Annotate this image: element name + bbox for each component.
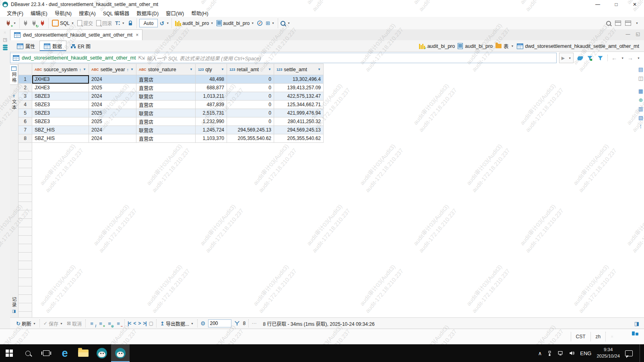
table-row[interactable]: 1JXHE32024直营店48,498013,302,496.4: [19, 75, 324, 84]
table-row[interactable]: 7SBZ_HIS2024联营店1,245,724294,569,245.1329…: [19, 126, 324, 134]
cell[interactable]: 联营店: [136, 109, 196, 117]
show-desktop-strip[interactable]: [640, 344, 640, 362]
cell[interactable]: 205,355,540.62: [274, 134, 324, 143]
internet-explorer-button[interactable]: e: [56, 344, 74, 362]
cell[interactable]: 直营店: [136, 84, 196, 92]
panel-toggle-icon[interactable]: ◨: [634, 321, 642, 327]
more-panels-icon[interactable]: ⁞: [640, 124, 642, 129]
cell[interactable]: 0: [227, 101, 274, 109]
lock-icon[interactable]: [127, 20, 134, 27]
expand-filter-icon[interactable]: ⇱⇲: [138, 56, 144, 61]
commit-diagram-button[interactable]: ⊞▼: [265, 20, 275, 27]
column-header-retail-amt[interactable]: 123retail_amt▼: [227, 64, 274, 75]
cell[interactable]: 直营店: [136, 75, 196, 84]
cell[interactable]: SBZE3: [32, 92, 89, 101]
volume-tray-icon[interactable]: [569, 350, 575, 356]
cell[interactable]: 2025: [89, 117, 136, 126]
close-button[interactable]: ✕: [625, 0, 644, 9]
filter-input[interactable]: dwd_storesettlement_hkaudit_settle_amt_o…: [10, 53, 557, 63]
input-language-indicator[interactable]: ENG: [580, 350, 591, 356]
cell[interactable]: JXHE3: [32, 84, 89, 92]
menu-search[interactable]: 搜索(A): [75, 9, 99, 17]
overflow-menu-icon[interactable]: ⋯: [252, 321, 256, 326]
fetch-next-icon[interactable]: [234, 320, 241, 327]
back-dropdown[interactable]: ▼: [621, 57, 624, 60]
rail-handle-icon[interactable]: ⁙: [4, 31, 7, 35]
cell[interactable]: 联营店: [136, 92, 196, 101]
column-header-settle-amt[interactable]: 123settle_amt▼: [274, 64, 324, 75]
cell[interactable]: 125,344,662.71: [274, 101, 324, 109]
row-number[interactable]: 8: [19, 134, 32, 143]
maximize-button[interactable]: □: [607, 0, 625, 9]
cell[interactable]: SBZE3: [32, 109, 89, 117]
column-dropdown-icon[interactable]: ▼: [318, 68, 321, 71]
grid-panel-icon[interactable]: ▦: [638, 88, 643, 94]
column-dropdown-icon[interactable]: ▼: [83, 68, 86, 71]
cell[interactable]: 0: [227, 109, 274, 117]
quick-access-search-icon[interactable]: [606, 21, 611, 26]
table-row[interactable]: 8SBZ_HIS2024直营店1,103,370205,355,540.6220…: [19, 134, 324, 143]
menu-database[interactable]: 数据库(D): [133, 9, 162, 17]
cell[interactable]: 联营店: [136, 126, 196, 134]
column-dropdown-icon[interactable]: ▼: [268, 68, 271, 71]
schema-select[interactable]: audit_bi_pro▼: [216, 20, 255, 27]
duplicate-row-icon[interactable]: ≡⊕: [106, 321, 113, 327]
new-connection-button[interactable]: + ▼: [4, 19, 17, 27]
maximize-view-icon[interactable]: ◱: [636, 31, 640, 37]
taskbar-search-button[interactable]: [19, 344, 37, 362]
minimize-view-icon[interactable]: —: [626, 31, 630, 37]
next-row-icon[interactable]: >: [138, 321, 140, 326]
cell[interactable]: 2024: [89, 75, 136, 84]
go-to-row-icon[interactable]: ▢: [149, 321, 153, 326]
filter-history-dropdown[interactable]: ▼: [568, 57, 571, 60]
cell[interactable]: 13,302,496.4: [274, 75, 324, 84]
transaction-log-icon[interactable]: ↺: [159, 20, 164, 27]
menu-help[interactable]: 帮助(H): [188, 9, 212, 17]
save-button[interactable]: ✓ 保存▼: [43, 320, 64, 327]
panels-layout-icon[interactable]: ◫: [638, 76, 643, 81]
cell[interactable]: SBZ_HIS: [32, 126, 89, 134]
minimize-button[interactable]: —: [588, 0, 607, 9]
calc-panel-icon[interactable]: ▧: [638, 115, 643, 120]
cell[interactable]: 1,245,724: [196, 126, 227, 134]
table-row[interactable]: 6SBZE32025直营店1,232,9900280,411,250.32: [19, 117, 324, 126]
cell[interactable]: 1,232,990: [196, 117, 227, 126]
cell[interactable]: 422,575,132.47: [274, 92, 324, 101]
table-row[interactable]: 3SBZE32024联营店1,013,2110422,575,132.47: [19, 92, 324, 101]
breadcrumb-schema[interactable]: audit_bi_pro: [458, 43, 493, 49]
commit-mode-select[interactable]: Auto: [139, 19, 158, 27]
refresh-button[interactable]: ↻ 刷新▼: [15, 320, 37, 327]
first-row-icon[interactable]: |<: [128, 321, 131, 326]
restore-view-icon[interactable]: ◳: [3, 37, 7, 42]
column-dropdown-icon[interactable]: ▼: [130, 68, 134, 71]
cell[interactable]: SBZ_HIS: [32, 134, 89, 143]
cell[interactable]: 48,498: [196, 75, 227, 84]
table-row[interactable]: 2JXHE32025直营店688,8770139,413,257.09: [19, 84, 324, 92]
new-sql-editor-button[interactable]: SQL▼: [51, 19, 75, 27]
cell[interactable]: 2024: [89, 101, 136, 109]
database-navigator-icon[interactable]: [3, 45, 8, 50]
taskbar-clock[interactable]: 9:34 2025/10/24: [597, 347, 620, 359]
open-perspective-icon[interactable]: [625, 21, 631, 26]
forward-dropdown[interactable]: ▼: [637, 57, 640, 60]
add-row-icon[interactable]: ≡+: [97, 321, 104, 327]
value-viewer-panel-icon[interactable]: ▤: [638, 67, 643, 72]
column-header-source-system[interactable]: ABCsource_system↑▼: [32, 64, 89, 75]
cell[interactable]: 直营店: [136, 117, 196, 126]
file-explorer-button[interactable]: [74, 344, 93, 362]
cell[interactable]: 421,999,476.94: [274, 109, 324, 117]
breadcrumb-tables[interactable]: 表 ▼: [495, 42, 514, 50]
start-button[interactable]: [0, 344, 19, 362]
connect-icon[interactable]: [22, 20, 29, 27]
action-center-icon[interactable]: [625, 350, 633, 356]
column-dropdown-icon[interactable]: ▼: [221, 68, 224, 71]
search-toolbar-icon[interactable]: [281, 21, 285, 26]
transaction-mode-button[interactable]: T⁚▼: [114, 20, 126, 27]
tray-expand-icon[interactable]: ∧: [538, 350, 542, 356]
task-view-button[interactable]: [37, 344, 56, 362]
cell[interactable]: 0: [227, 117, 274, 126]
cell[interactable]: 487,839: [196, 101, 227, 109]
row-number-header[interactable]: [19, 64, 32, 75]
cell[interactable]: 294,569,245.13: [274, 126, 324, 134]
cell[interactable]: 1,013,211: [196, 92, 227, 101]
